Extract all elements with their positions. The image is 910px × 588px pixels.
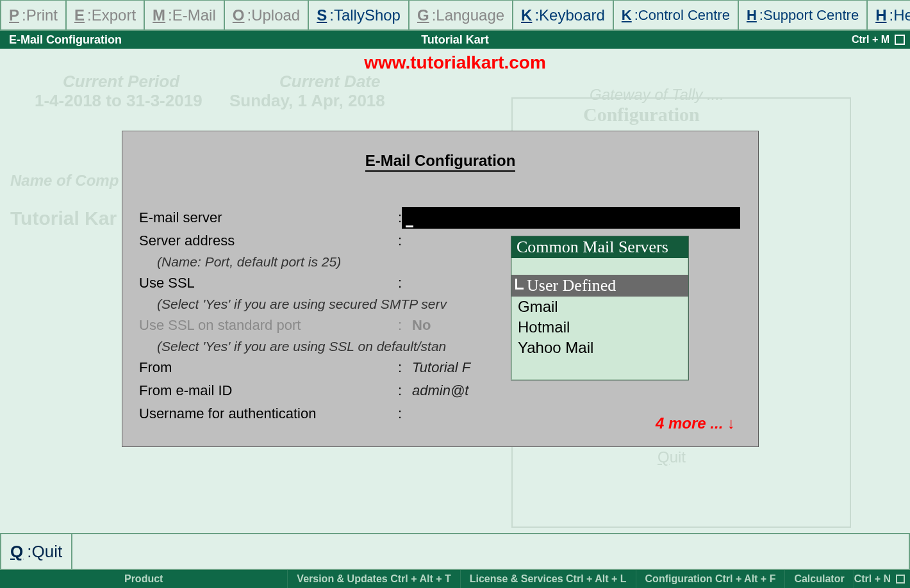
square-icon[interactable] bbox=[896, 575, 905, 584]
dropdown-item-hotmail[interactable]: Hotmail bbox=[511, 317, 688, 338]
sub-bar: E-Mail Configuration Tutorial Kart Ctrl … bbox=[0, 31, 910, 49]
sub-bar-right: Ctrl + M bbox=[852, 34, 905, 45]
quit-bar: Q: Quit bbox=[0, 533, 910, 570]
label-server-address: Server address bbox=[139, 231, 398, 250]
menu-tallyshop[interactable]: S: TallyShop bbox=[309, 0, 410, 30]
menu-language[interactable]: G: Language bbox=[410, 0, 513, 30]
sub-bar-left: E-Mail Configuration bbox=[9, 33, 122, 47]
status-calc-shortcut: Ctrl + N bbox=[854, 573, 891, 585]
status-calculator[interactable]: Calculator bbox=[785, 570, 854, 588]
status-config[interactable]: Configuration Ctrl + Alt + F bbox=[636, 570, 786, 588]
bg-current-period-value: 1-4-2018 to 31-3-2019 bbox=[35, 91, 203, 111]
label-from-email: From e-mail ID bbox=[139, 381, 398, 400]
status-right: Ctrl + N bbox=[854, 573, 910, 585]
bg-current-date-value: Sunday, 1 Apr, 2018 bbox=[229, 91, 385, 111]
top-menu: P: Print E: Export M: E-Mail O: Upload S… bbox=[0, 0, 910, 31]
dropdown-item-user-defined[interactable]: User Defined bbox=[511, 275, 688, 297]
menu-help[interactable]: H: Help bbox=[868, 0, 910, 30]
menu-support-centre[interactable]: H: Support Centre bbox=[739, 0, 868, 30]
menu-export[interactable]: E: Export bbox=[67, 0, 145, 30]
sub-bar-shortcut: Ctrl + M bbox=[852, 34, 889, 45]
overlay-url: www.tutorialkart.com bbox=[364, 53, 546, 73]
gateway-quit[interactable]: Quit bbox=[658, 448, 686, 466]
label-use-ssl: Use SSL bbox=[139, 274, 398, 293]
label-email-server: E-mail server bbox=[139, 208, 398, 227]
label-from: From bbox=[139, 358, 398, 377]
menu-control-centre[interactable]: K: Control Centre bbox=[614, 0, 739, 30]
mail-server-dropdown: Common Mail Servers User Defined Gmail H… bbox=[511, 236, 689, 380]
menu-keyboard[interactable]: K: Keyboard bbox=[513, 0, 614, 30]
quit-bar-spacer bbox=[72, 533, 910, 570]
status-version[interactable]: Version & Updates Ctrl + Alt + T bbox=[288, 570, 460, 588]
value-from-email: admin@t bbox=[412, 381, 741, 400]
label-username: Username for authentication bbox=[139, 404, 398, 423]
gateway-title: Gateway of Tally .... bbox=[590, 86, 724, 104]
quit-button[interactable]: Q: Quit bbox=[0, 533, 72, 570]
bg-name-of-company-label: Name of Comp bbox=[10, 172, 119, 190]
label-use-ssl-std: Use SSL on standard port bbox=[139, 316, 398, 335]
menu-upload[interactable]: O: Upload bbox=[225, 0, 309, 30]
status-strip: Product Version & Updates Ctrl + Alt + T… bbox=[0, 570, 910, 588]
menu-print[interactable]: P: Print bbox=[0, 0, 67, 30]
status-license[interactable]: License & Services Ctrl + Alt + L bbox=[461, 570, 636, 588]
status-product[interactable]: Product bbox=[0, 570, 288, 588]
menu-email[interactable]: M: E-Mail bbox=[145, 0, 225, 30]
sub-bar-center: Tutorial Kart bbox=[421, 33, 489, 47]
dropdown-item-yahoo[interactable]: Yahoo Mail bbox=[511, 338, 688, 358]
bg-current-date-label: Current Date bbox=[279, 72, 380, 92]
square-icon[interactable] bbox=[895, 35, 905, 45]
bg-current-period-label: Current Period bbox=[63, 72, 179, 92]
bg-company: Tutorial Kar bbox=[10, 208, 117, 229]
dropdown-title: Common Mail Servers bbox=[511, 236, 688, 258]
dropdown-item-gmail[interactable]: Gmail bbox=[511, 297, 688, 317]
modal-title: E-Mail Configuration bbox=[122, 152, 758, 170]
more-indicator[interactable]: 4 more ... ↓ bbox=[656, 414, 735, 432]
gateway-subtitle: Configuration bbox=[583, 104, 700, 126]
